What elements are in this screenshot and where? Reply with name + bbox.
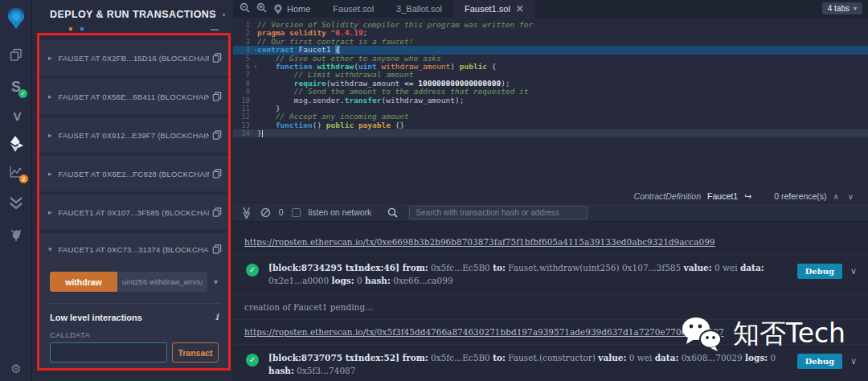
line-number: 9 xyxy=(233,88,257,96)
watermark-text: 知否Tech xyxy=(733,316,845,352)
copy-icon[interactable] xyxy=(212,207,222,217)
file-explorer-icon[interactable] xyxy=(0,48,32,64)
line-number: 7 xyxy=(233,71,257,79)
watermark: 知否Tech xyxy=(678,315,845,352)
line-number: 2 xyxy=(233,29,257,37)
compiler-success-badge: ✓ xyxy=(18,89,27,98)
copy-icon[interactable] xyxy=(212,53,222,63)
line-number: 10 xyxy=(233,96,257,104)
remix-logo-icon[interactable] xyxy=(0,6,32,34)
debug-button[interactable]: Debug xyxy=(797,264,842,279)
collapse-terminal-icon[interactable]: ≫ xyxy=(240,207,254,218)
tab-3-ballot-sol[interactable]: 3_Ballot.sol xyxy=(385,0,453,18)
deployed-contracts-list: ▸FAUSET AT 0X2FB...15D16 (BLOCKCHAIN)▸FA… xyxy=(39,40,230,371)
editor-tab-bar: Home Fauset.sol 3_Ballot.sol Fauset1.sol… xyxy=(233,0,868,18)
tab-fauset1-sol[interactable]: Fauset1.sol ✕ xyxy=(453,0,535,18)
calldata-input[interactable] xyxy=(50,342,167,363)
deployed-contract-item[interactable]: ▸FAUSET AT 0X56E...6B411 (BLOCKCHAIN) xyxy=(39,79,230,114)
search-icon xyxy=(387,207,398,218)
panel-title: DEPLOY & RUN TRANSACTIONS xyxy=(50,9,216,20)
deployed-contract-item[interactable]: ▸FAUCET1 AT 0X107...3F585 (BLOCKCHAIN) xyxy=(39,195,230,230)
code-editor[interactable]: 1// Version of Solidity compiler this pr… xyxy=(233,18,868,190)
tabs-count-dropdown[interactable]: 4 tabs▾ xyxy=(822,2,862,14)
copy-icon[interactable] xyxy=(212,92,222,101)
line-number: 3 xyxy=(233,38,257,46)
calldata-label: CALLDATA xyxy=(50,330,219,339)
info-icon[interactable]: i xyxy=(215,312,219,322)
remix-ide-window: S ✓ V 2 ⚙ DEPLOY & RUN TRANSACTIONS xyxy=(0,0,868,381)
copy-icon[interactable] xyxy=(212,169,222,178)
deploy-run-panel: DEPLOY & RUN TRANSACTIONS ▸FAUSET AT 0X2… xyxy=(32,0,233,381)
prev-next-reference-icons[interactable]: ∧ ∨ xyxy=(833,192,857,201)
success-check-icon: ✓ xyxy=(246,354,259,367)
success-check-icon: ✓ xyxy=(246,264,259,277)
solidity-compiler-icon[interactable]: S ✓ xyxy=(0,79,32,96)
static-analysis-icon[interactable]: V xyxy=(0,109,32,124)
plugin-manager-icon[interactable] xyxy=(0,228,32,245)
deploy-and-run-icon[interactable] xyxy=(0,135,32,156)
transaction-entry[interactable]: ✓[block:8734295 txIndex:46] from: 0x5fc.… xyxy=(233,255,868,295)
code-line[interactable]: 10 msg.sender.transfer(withdraw_amount); xyxy=(233,96,868,104)
wechat-icon xyxy=(678,315,723,352)
fold-icon[interactable]: ▾ xyxy=(254,63,257,71)
withdraw-button[interactable]: withdraw xyxy=(50,272,117,292)
activity-bar: S ✓ V 2 ⚙ xyxy=(0,0,32,381)
editor-status-bar: ContractDefinition Faucet1 ↪ 0 reference… xyxy=(233,190,868,203)
expand-tx-icon[interactable]: ∨ xyxy=(850,356,857,367)
symbol-name: Faucet1 xyxy=(707,191,738,201)
line-number: 1 xyxy=(233,21,257,29)
goto-definition-icon[interactable]: ↪ xyxy=(744,191,751,202)
clear-terminal-icon[interactable] xyxy=(260,207,271,218)
chevron-right-icon[interactable]: ▸ xyxy=(48,208,52,216)
symbol-type: ContractDefinition xyxy=(634,191,701,201)
transact-button[interactable]: Transact xyxy=(172,342,219,363)
debugger-icon[interactable]: 2 xyxy=(0,166,32,181)
line-number: 14 xyxy=(233,129,257,137)
panel-scroll-remnant xyxy=(32,22,233,35)
copy-icon[interactable] xyxy=(212,244,222,254)
chevron-down-icon[interactable]: ▾ xyxy=(48,245,52,253)
line-number: 4▾ xyxy=(233,46,257,54)
expand-params-icon[interactable]: ▾ xyxy=(214,277,218,286)
remix-mini-logo-icon xyxy=(273,4,283,14)
deployed-contract-item[interactable]: ▸FAUSET AT 0X2FB...15D16 (BLOCKCHAIN) xyxy=(39,40,230,76)
deployed-contract-item[interactable]: ▸FAUSET AT 0X6E2...FC828 (BLOCKCHAIN) xyxy=(39,156,230,191)
chevron-right-icon[interactable]: ▸ xyxy=(48,92,52,100)
unit-testing-icon[interactable] xyxy=(0,196,32,213)
deployed-contract-header[interactable]: ▾ FAUCET1 AT 0XC73...31374 (BLOCKCHAIN) xyxy=(39,233,230,265)
low-level-title: Low level interactions xyxy=(50,313,142,322)
tab-fauset-sol[interactable]: Fauset.sol xyxy=(321,0,385,18)
listen-network-checkbox[interactable] xyxy=(292,208,301,217)
close-tab-icon[interactable]: ✕ xyxy=(516,3,524,14)
line-number: 13 xyxy=(233,121,257,129)
text-cursor xyxy=(262,130,263,137)
deployed-contract-item[interactable]: ▸FAUSET AT 0X912...E39F7 (BLOCKCHAIN) xyxy=(39,117,230,153)
chevron-right-icon[interactable]: ▸ xyxy=(48,54,52,62)
etherscan-link[interactable]: https://ropsten.etherscan.io/tx/0xe6698b… xyxy=(233,230,868,255)
withdraw-amount-input[interactable] xyxy=(117,272,207,292)
fold-icon[interactable]: ▾ xyxy=(254,46,257,54)
terminal-search-input[interactable] xyxy=(409,206,588,219)
code-line[interactable]: 13 function() public payable {} xyxy=(233,121,868,129)
terminal-log[interactable]: https://ropsten.etherscan.io/tx/0xe6698b… xyxy=(233,222,868,381)
references-count: 0 reference(s) xyxy=(774,191,826,201)
line-number: 5 xyxy=(233,55,257,63)
copy-icon[interactable] xyxy=(212,130,222,140)
chevron-right-icon[interactable]: ▸ xyxy=(48,170,52,178)
settings-icon[interactable]: ⚙ xyxy=(0,362,32,376)
pending-tx-count: 0 xyxy=(279,207,284,217)
debugger-badge: 2 xyxy=(19,174,28,183)
listen-network-label: listen on network xyxy=(309,207,372,217)
zoom-in-icon[interactable] xyxy=(256,2,267,16)
terminal-toolbar: ≫ 0 listen on network xyxy=(233,203,868,222)
line-number: 12 xyxy=(233,113,257,121)
tab-home[interactable]: Home xyxy=(267,0,321,18)
debug-button[interactable]: Debug xyxy=(797,354,842,369)
code-lines: 1// Version of Solidity compiler this pr… xyxy=(233,21,868,137)
documentation-icon[interactable] xyxy=(223,10,225,20)
code-line[interactable]: 14} xyxy=(233,129,868,137)
zoom-out-icon[interactable] xyxy=(240,2,250,16)
chevron-right-icon[interactable]: ▸ xyxy=(48,131,52,139)
expand-tx-icon[interactable]: ∨ xyxy=(850,266,857,277)
line-number: 6▾ xyxy=(233,63,257,71)
